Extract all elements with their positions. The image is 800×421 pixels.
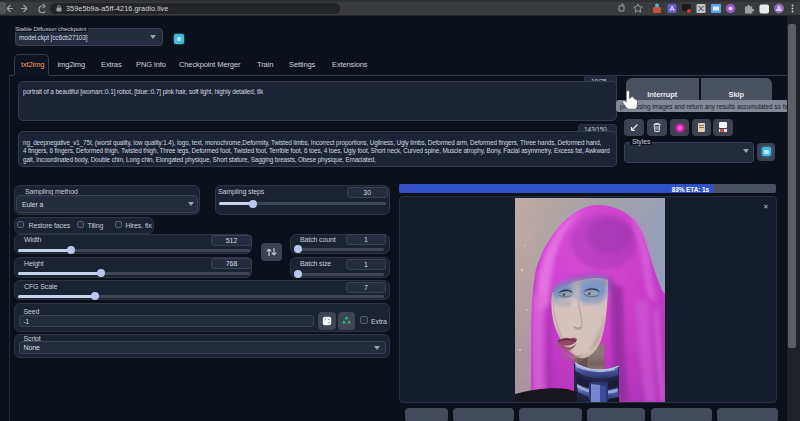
svg-text:A: A	[670, 5, 675, 12]
